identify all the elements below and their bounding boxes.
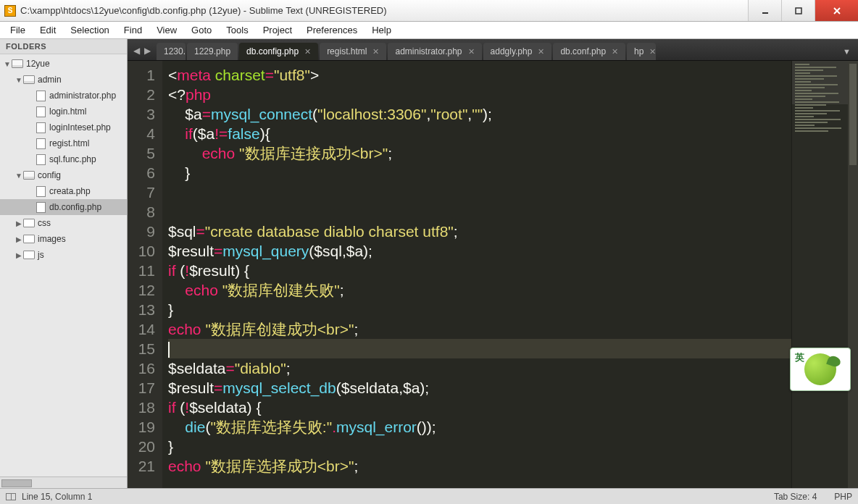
code-line-14[interactable]: echo "数据库创建成功<br>"; [168,319,791,339]
folder-css[interactable]: ▶css [0,215,127,231]
code-line-5[interactable]: echo "数据库连接成功<br>"; [168,143,791,163]
code-line-12[interactable]: echo "数据库创建失败"; [168,280,791,300]
tree-label: regist.html [49,138,89,148]
folder-12yue[interactable]: ▼12yue [0,56,127,72]
tab-history-nav[interactable]: ◀▶ [130,46,157,60]
code-line-20[interactable]: } [168,437,791,456]
tree-arrow-icon[interactable]: ▶ [14,219,23,227]
tab-label: db.conf.php [560,46,606,56]
syntax-language[interactable]: PHP [834,492,852,502]
file-regist-html[interactable]: regist.html [0,135,127,151]
folder-tree[interactable]: ▼12yue▼adminadministrator.phplogin.htmll… [0,54,127,476]
minimap-lines [795,64,845,133]
tab-1230-[interactable]: 1230. [157,43,186,60]
tree-label: login.html [49,106,86,117]
menu-tools[interactable]: Tools [219,23,255,37]
file-db-config-php[interactable]: db.config.php [0,199,127,215]
code-line-19[interactable]: die("数据库选择失败:".mysql_error()); [168,417,791,437]
folder-admin[interactable]: ▼admin [0,72,127,88]
tree-label: administrator.php [49,91,116,101]
folder-open-icon [23,169,35,181]
tab-close-icon[interactable]: ✕ [538,47,544,56]
code-line-21[interactable]: echo "数据库选择成功<br>"; [168,456,791,476]
minimize-button[interactable] [748,0,781,21]
file-administrator-php[interactable]: administrator.php [0,88,127,104]
file-sql-func-php[interactable]: sql.func.php [0,151,127,167]
tree-arrow-icon[interactable]: ▼ [14,172,23,180]
code-line-4[interactable]: if($a!=false){ [168,124,791,143]
tab-close-icon[interactable]: ✕ [304,47,311,56]
tab-forward-icon[interactable]: ▶ [144,46,151,56]
tab-label: administrator.php [395,46,462,56]
tab-label: 1230. [164,46,186,56]
code-line-3[interactable]: $a=mysql_connect("localhost:3306","root"… [168,104,791,124]
menu-preferences[interactable]: Preferences [299,23,365,37]
file-icon [35,122,46,133]
code-line-2[interactable]: <?php [168,85,791,104]
folder-js[interactable]: ▶js [0,247,127,263]
tree-arrow-icon[interactable]: ▼ [14,76,23,84]
panel-switcher-icon[interactable] [6,493,16,500]
maximize-button[interactable] [781,0,815,21]
code-line-18[interactable]: if (!$seldata) { [168,398,791,417]
menu-help[interactable]: Help [365,23,399,37]
code-line-7[interactable] [168,182,791,202]
code-line-10[interactable]: $result=mysql_query($sql,$a); [168,241,791,261]
folder-open-icon [12,58,23,70]
tree-arrow-icon[interactable]: ▶ [14,235,23,243]
tab-close-icon[interactable]: ✕ [612,47,618,56]
menu-selection[interactable]: Selection [63,23,116,37]
tree-label: admin [38,75,62,85]
code-line-9[interactable]: $sql="create database diablo charset utf… [168,222,791,241]
ime-badge[interactable]: 英 [790,348,851,391]
tree-label: creata.php [49,186,91,196]
tab-close-icon[interactable]: ✕ [468,47,475,56]
tab-db-config-php[interactable]: db.config.php✕ [239,43,318,60]
tab-back-icon[interactable]: ◀ [133,46,140,56]
sidebar-horizontal-scrollbar[interactable] [0,476,127,488]
sidebar-header: FOLDERS [0,39,127,54]
tab-administrator-php[interactable]: administrator.php✕ [388,43,481,60]
tab-size[interactable]: Tab Size: 4 [774,492,817,502]
tab-label: db.config.php [246,46,299,56]
main-area: FOLDERS ▼12yue▼adminadministrator.phplog… [0,39,858,488]
code-line-8[interactable] [168,202,791,222]
folder-images[interactable]: ▶images [0,231,127,247]
tab-overflow-dropdown[interactable]: ▼ [836,47,858,60]
vertical-scrollbar[interactable] [848,61,858,488]
tab-1229-php[interactable]: 1229.php [187,43,238,60]
code-line-11[interactable]: if (!$result) { [168,261,791,280]
menu-find[interactable]: Find [117,23,149,37]
menu-goto[interactable]: Goto [184,23,219,37]
minimap[interactable] [791,61,848,488]
folder-config[interactable]: ▼config [0,167,127,183]
tab-db-conf-php[interactable]: db.conf.php✕ [553,43,625,60]
code-line-1[interactable]: <meta charset="utf8"> [168,65,791,85]
close-button[interactable] [815,0,858,21]
menu-view[interactable]: View [149,23,184,37]
file-icon [35,90,46,101]
file-creata-php[interactable]: creata.php [0,183,127,199]
menu-file[interactable]: File [3,23,33,37]
file-icon [35,185,46,197]
file-logininteset-php[interactable]: loginInteset.php [0,119,127,135]
tab-close-icon[interactable]: ✕ [649,47,656,56]
code-line-6[interactable]: } [168,163,791,182]
file-login-html[interactable]: login.html [0,104,127,119]
tab-close-icon[interactable]: ✕ [372,47,379,56]
tree-arrow-icon[interactable]: ▶ [14,251,23,259]
menu-edit[interactable]: Edit [33,23,63,37]
cursor-position[interactable]: Line 15, Column 1 [22,492,92,502]
tab-hp[interactable]: hp✕ [627,43,656,60]
tree-arrow-icon[interactable]: ▼ [3,60,12,68]
code-editor[interactable]: <meta charset="utf8"> <?php $a=mysql_con… [162,61,791,488]
tab-regist-html[interactable]: regist.html✕ [320,43,386,60]
tab-strip: ◀▶ 1230.1229.phpdb.config.php✕regist.htm… [128,39,858,61]
code-line-17[interactable]: $result=mysql_select_db($seldata,$a); [168,378,791,398]
line-number-gutter[interactable]: 123456789101112131415161718192021 [128,61,162,488]
menu-project[interactable]: Project [256,23,299,37]
code-line-16[interactable]: $seldata="diablo"; [168,358,791,378]
tab-addgly-php[interactable]: addgly.php✕ [483,43,552,60]
code-line-15[interactable] [168,339,791,358]
code-line-13[interactable]: } [168,300,791,319]
